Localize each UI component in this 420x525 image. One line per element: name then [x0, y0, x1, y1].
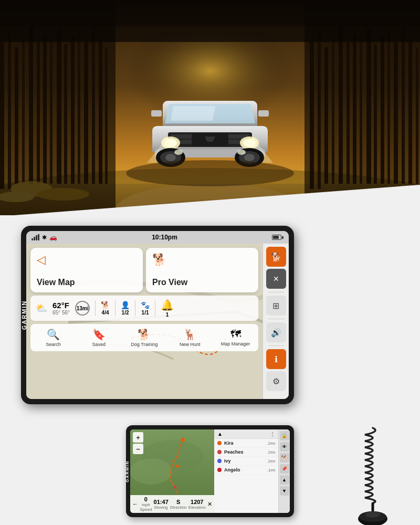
small-pin-btn[interactable]: 📌 [280, 464, 289, 474]
dogs-value: 4/4 [102, 310, 109, 316]
map-manager-icon: 🗺 [230, 328, 241, 340]
speed-block: 0 mph Speed [140, 496, 152, 512]
temp-high: 65° [52, 310, 60, 316]
dog-training-icon: 🐕 [138, 328, 151, 341]
small-map-status: ← 0 mph Speed 01:47 Moving S Direction [130, 495, 214, 513]
list-item[interactable]: Peaches .2mi [214, 448, 278, 457]
small-down-btn[interactable]: ▼ [280, 486, 289, 496]
svg-point-74 [173, 486, 176, 489]
bottom-nav: 🔍 Search 🔖 Saved 🐕 Dog Training 🦌 [30, 324, 258, 351]
saved-label: Saved [92, 342, 106, 347]
sidebar-settings-btn[interactable]: ⚙ [266, 371, 286, 391]
nav-search[interactable]: 🔍 Search [30, 326, 76, 349]
people-value: 1/2 [122, 310, 129, 316]
small-up-btn[interactable]: ▲ [280, 475, 289, 485]
view-map-label: View Map [37, 278, 136, 287]
svg-point-73 [176, 465, 179, 468]
close-map-btn[interactable]: ✕ [207, 501, 212, 508]
device-screen-large: ✱ 🚗 10:10pm [26, 231, 289, 399]
svg-point-56 [165, 154, 176, 161]
people-stat: 👤 1/2 [121, 301, 130, 316]
sidebar-dog-btn[interactable]: 🐕 [266, 247, 286, 267]
sidebar-info-btn[interactable]: ℹ [266, 349, 286, 369]
sound-icon: 🔊 [271, 328, 281, 338]
battery-nub [282, 236, 284, 239]
garmin-small-brand: GARMIN [125, 460, 130, 482]
sidebar-grid-btn[interactable]: ⊞ [266, 296, 286, 316]
back-btn[interactable]: ← [132, 501, 138, 507]
dog-name-angelo: Angelo [224, 467, 267, 472]
dog-stat-icon: 🐕 [101, 301, 110, 309]
view-map-button[interactable]: ◁ View Map [30, 248, 143, 292]
dog-dot-kira [217, 441, 222, 445]
garmin-device-small: GARMIN [126, 425, 294, 517]
small-device-screen: + − ← 0 mph Speed 01:47 Moving [130, 429, 290, 513]
dog-dist-angelo: .1mi [267, 468, 275, 472]
device-content: ◁ View Map 🐕 Pro View ⛅ 62°F [26, 244, 289, 399]
sidebar-close-btn[interactable]: ✕ [266, 269, 286, 289]
paw-value: 1/1 [142, 310, 149, 316]
small-sidebar: 🔒 👁 🐕 📌 ▲ ▼ [278, 429, 290, 513]
bluetooth-icon: ✱ [42, 234, 47, 241]
temp-range: 65° 56° [52, 310, 70, 316]
alert-stat: 🔔 1 [161, 299, 174, 318]
map-arrow-icon: ◁ [37, 253, 136, 267]
saved-icon: 🔖 [92, 328, 106, 341]
speed-unit: mph [140, 502, 152, 507]
direction-value: S [170, 499, 187, 505]
direction-block: S Direction [170, 499, 187, 510]
zoom-in-btn[interactable]: + [133, 432, 143, 443]
dog-list: ▲ ⋮ Kira .2mi Peaches .2mi Ivy .2m [214, 429, 278, 513]
elevation-block: 1207 Elevation [188, 499, 206, 510]
nav-new-hunt[interactable]: 🦌 New Hunt [167, 326, 213, 349]
nav-dog-training[interactable]: 🐕 Dog Training [122, 326, 167, 349]
nav-saved[interactable]: 🔖 Saved [76, 326, 122, 349]
temp-block: 62°F 65° 56° [52, 301, 70, 316]
paw-stat-icon: 🐾 [141, 301, 150, 309]
signal-bar-3 [36, 235, 37, 240]
temp-main: 62°F [52, 301, 70, 310]
close-icon: ✕ [273, 275, 279, 283]
dog-dot-angelo [217, 468, 222, 472]
dog-dist-kira: .2mi [267, 441, 275, 446]
bell-icon: 🔔 [161, 299, 174, 311]
stat-divider-2 [115, 300, 116, 316]
speed-value: 0 [140, 496, 152, 502]
search-icon: 🔍 [47, 328, 60, 341]
temp-low: 56° [62, 310, 70, 316]
dog-training-label: Dog Training [131, 342, 158, 347]
hero-illustration [0, 0, 420, 215]
list-item[interactable]: Ivy .2mi [214, 457, 278, 466]
small-lock-btn[interactable]: 🔒 [280, 431, 289, 440]
sidebar-divider-2 [268, 319, 284, 319]
small-dog-btn[interactable]: 🐕 [280, 453, 289, 463]
sidebar-dog-icon: 🐕 [271, 252, 281, 262]
signal-bar-1 [32, 238, 33, 240]
weather-icon: ⛅ [36, 302, 47, 314]
header-menu-icon[interactable]: ⋮ [270, 431, 275, 437]
small-eye-btn[interactable]: 👁 [280, 442, 289, 452]
stats-row: ⛅ 62°F 65° 56° 13mi [30, 296, 258, 321]
dog-name-kira: Kira [224, 440, 267, 446]
svg-point-78 [365, 511, 380, 518]
svg-rect-62 [151, 110, 162, 117]
zoom-out-btn[interactable]: − [133, 444, 143, 454]
new-hunt-label: New Hunt [180, 342, 201, 347]
pro-view-button[interactable]: 🐕 Pro View [146, 248, 258, 292]
hero-section [0, 0, 420, 215]
compass-badge: 13mi [75, 301, 90, 316]
svg-point-72 [181, 438, 185, 442]
map-manager-label: Map Manager [221, 341, 250, 346]
battery-indicator [272, 235, 284, 240]
list-item[interactable]: Angelo .1mi [214, 466, 278, 475]
dog-dist-peaches: .2mi [267, 450, 275, 455]
nav-map-manager[interactable]: 🗺 Map Manager [213, 326, 258, 349]
search-label: Search [46, 342, 61, 347]
svg-rect-63 [258, 110, 269, 117]
top-buttons: ◁ View Map 🐕 Pro View [30, 248, 258, 292]
sidebar-sound-btn[interactable]: 🔊 [266, 322, 286, 342]
header-up-icon[interactable]: ▲ [217, 431, 223, 437]
status-bar: ✱ 🚗 10:10pm [26, 231, 289, 244]
list-item[interactable]: Kira .2mi [214, 439, 278, 448]
new-hunt-icon: 🦌 [183, 328, 196, 341]
